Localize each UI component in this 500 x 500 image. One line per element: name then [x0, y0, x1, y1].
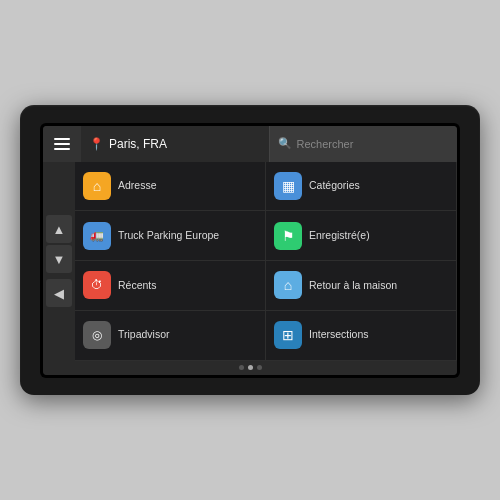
search-placeholder: Rechercher — [297, 138, 354, 150]
arrow-up-button[interactable]: ▲ — [46, 215, 72, 243]
menu-item-recents[interactable]: ⏱ Récents — [75, 261, 266, 311]
device: GARMIN 📍 Paris, FRA 🔍 Recher — [20, 105, 480, 395]
retour-maison-icon: ⌂ — [274, 271, 302, 299]
menu-item-intersections[interactable]: ⊞ Intersections — [266, 311, 457, 361]
screen-border: 📍 Paris, FRA 🔍 Rechercher ▲ ▼ ◀ — [40, 123, 460, 378]
truck-parking-icon: 🚛 — [83, 222, 111, 250]
menu-button[interactable] — [43, 126, 81, 162]
location-bar[interactable]: 📍 Paris, FRA — [81, 126, 270, 162]
tripadvisor-label: Tripadvisor — [118, 328, 170, 342]
categories-label: Catégories — [309, 179, 360, 193]
intersections-label: Intersections — [309, 328, 369, 342]
screen: 📍 Paris, FRA 🔍 Rechercher ▲ ▼ ◀ — [43, 126, 457, 375]
page-dot-2 — [248, 365, 253, 370]
categories-icon: ▦ — [274, 172, 302, 200]
location-text: Paris, FRA — [109, 137, 167, 151]
truck-parking-label: Truck Parking Europe — [118, 229, 219, 243]
top-bar: 📍 Paris, FRA 🔍 Rechercher — [43, 126, 457, 162]
nav-arrows: ▲ ▼ ◀ — [43, 162, 75, 361]
recents-icon: ⏱ — [83, 271, 111, 299]
menu-item-retour-maison[interactable]: ⌂ Retour à la maison — [266, 261, 457, 311]
bottom-bar — [43, 361, 457, 375]
page-dot-1 — [239, 365, 244, 370]
search-bar[interactable]: 🔍 Rechercher — [270, 126, 458, 162]
retour-maison-label: Retour à la maison — [309, 279, 397, 293]
arrow-down-button[interactable]: ▼ — [46, 245, 72, 273]
adresse-label: Adresse — [118, 179, 157, 193]
location-pin-icon: 📍 — [89, 137, 104, 151]
intersections-icon: ⊞ — [274, 321, 302, 349]
menu-item-categories[interactable]: ▦ Catégories — [266, 162, 457, 212]
search-icon: 🔍 — [278, 137, 292, 150]
page-dot-3 — [257, 365, 262, 370]
menu-item-truck-parking[interactable]: 🚛 Truck Parking Europe — [75, 211, 266, 261]
tripadvisor-icon: ◎ — [83, 321, 111, 349]
main-content: ▲ ▼ ◀ ⌂ Adresse ▦ Catégories — [43, 162, 457, 361]
menu-item-adresse[interactable]: ⌂ Adresse — [75, 162, 266, 212]
menu-item-enregistre[interactable]: ⚑ Enregistré(e) — [266, 211, 457, 261]
enregistre-label: Enregistré(e) — [309, 229, 370, 243]
menu-item-tripadvisor[interactable]: ◎ Tripadvisor — [75, 311, 266, 361]
adresse-icon: ⌂ — [83, 172, 111, 200]
arrow-back-button[interactable]: ◀ — [46, 279, 72, 307]
hamburger-icon — [54, 138, 70, 150]
grid-menu: ⌂ Adresse ▦ Catégories 🚛 Truck Parking E… — [75, 162, 457, 361]
enregistre-icon: ⚑ — [274, 222, 302, 250]
recents-label: Récents — [118, 279, 157, 293]
